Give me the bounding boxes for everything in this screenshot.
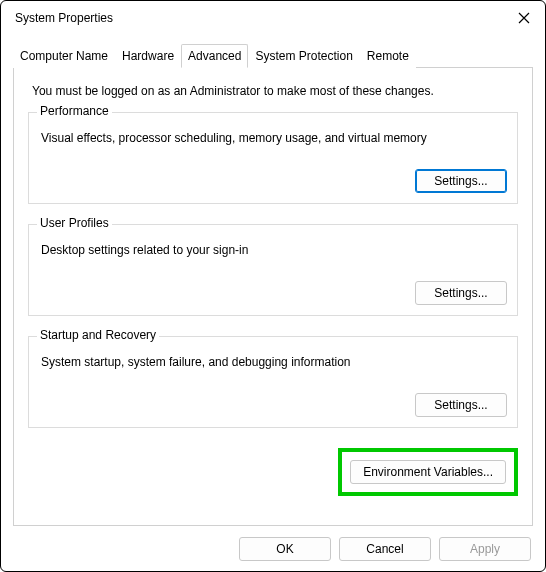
tab-strip: Computer Name Hardware Advanced System P… [13,43,533,68]
env-vars-row: Environment Variables... [28,448,518,496]
dialog-button-row: OK Cancel Apply [1,537,545,561]
cancel-button[interactable]: Cancel [339,537,431,561]
group-startup-recovery-desc: System startup, system failure, and debu… [41,355,507,369]
group-startup-recovery-legend: Startup and Recovery [37,328,159,342]
group-performance-legend: Performance [37,104,112,118]
environment-variables-button[interactable]: Environment Variables... [350,460,506,484]
ok-button[interactable]: OK [239,537,331,561]
titlebar: System Properties [1,1,545,35]
tab-panel-advanced: You must be logged on as an Administrato… [13,68,533,526]
tab-advanced[interactable]: Advanced [181,44,248,68]
tab-remote[interactable]: Remote [360,44,416,68]
tab-hardware[interactable]: Hardware [115,44,181,68]
group-user-profiles-legend: User Profiles [37,216,112,230]
group-user-profiles-desc: Desktop settings related to your sign-in [41,243,507,257]
tabs-container: Computer Name Hardware Advanced System P… [1,35,545,526]
close-icon [518,12,530,24]
group-performance: Performance Visual effects, processor sc… [28,112,518,204]
apply-button[interactable]: Apply [439,537,531,561]
performance-settings-button[interactable]: Settings... [415,169,507,193]
group-user-profiles-btn-row: Settings... [39,281,507,305]
group-user-profiles: User Profiles Desktop settings related t… [28,224,518,316]
group-performance-btn-row: Settings... [39,169,507,193]
group-performance-desc: Visual effects, processor scheduling, me… [41,131,507,145]
group-startup-recovery: Startup and Recovery System startup, sys… [28,336,518,428]
tab-computer-name[interactable]: Computer Name [13,44,115,68]
group-startup-recovery-btn-row: Settings... [39,393,507,417]
env-vars-highlight: Environment Variables... [338,448,518,496]
startup-recovery-settings-button[interactable]: Settings... [415,393,507,417]
window-title: System Properties [15,11,113,25]
admin-notice: You must be logged on as an Administrato… [32,84,520,98]
close-button[interactable] [509,3,539,33]
tab-system-protection[interactable]: System Protection [248,44,359,68]
user-profiles-settings-button[interactable]: Settings... [415,281,507,305]
